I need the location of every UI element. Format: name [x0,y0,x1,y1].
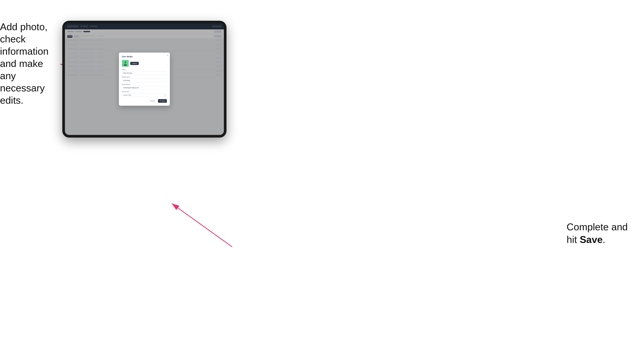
modal-footer: Cancel ⬆ Save [122,99,167,103]
modal-title: User details [122,56,167,58]
svg-point-4 [124,61,126,63]
school-year-field-group: School Year First Year Second Year Third… [122,91,167,97]
display-name-field-group: Display name [122,76,167,82]
tablet-device: User details × Upload [62,21,226,138]
modal-close-button[interactable]: × [167,54,168,56]
svg-point-5 [124,64,127,66]
select-clear-icon[interactable]: × [164,94,164,96]
cancel-button[interactable]: Cancel [148,99,157,103]
upload-photo-button[interactable]: Upload [130,62,139,65]
svg-line-2 [172,203,232,247]
name-input[interactable] [122,71,167,75]
email-input[interactable] [122,86,167,90]
save-button[interactable]: ⬆ Save [158,99,167,103]
right-annotation-text: Complete and hit Save. [566,221,638,246]
display-name-label: Display name [122,76,167,78]
user-photo-preview [122,60,129,67]
user-details-modal: User details × Upload [119,53,170,106]
name-field-group: Name [122,69,167,75]
modal-overlay: User details × Upload [65,23,224,135]
save-icon: ⬆ [160,100,161,102]
save-button-label: Save [162,100,165,102]
email-label: Email address [122,84,167,85]
name-label: Name [122,69,167,70]
tablet-screen: User details × Upload [65,23,224,135]
email-field-group: Email address [122,84,167,90]
school-year-select-wrapper: First Year Second Year Third Year Fourth… [122,93,167,97]
chevron-down-icon: ▾ [165,94,166,96]
school-year-label: School Year [122,91,167,92]
school-year-select[interactable]: First Year Second Year Third Year Fourth… [122,93,167,97]
photo-section: Upload [122,60,167,67]
left-annotation-text: Add photo, check information and make an… [0,21,60,107]
display-name-input[interactable] [122,79,167,82]
